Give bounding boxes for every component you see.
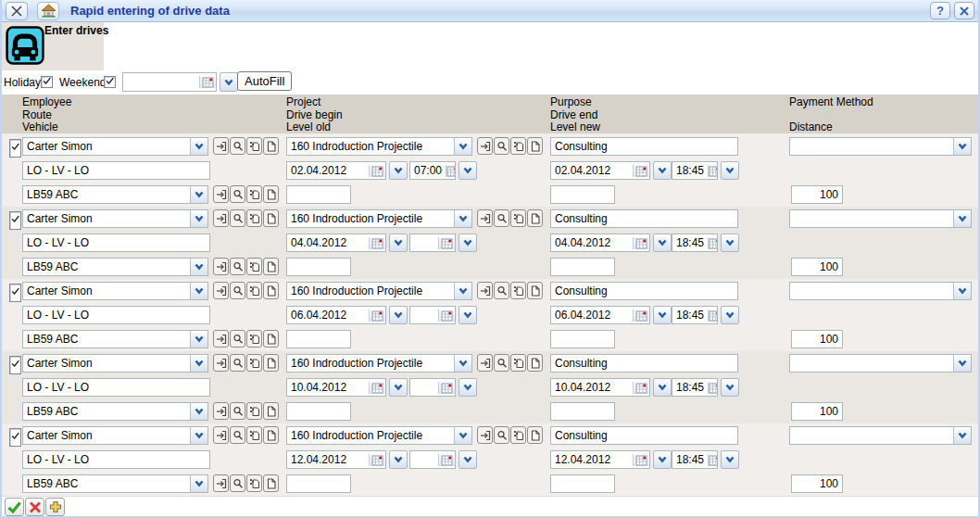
goto-button[interactable] <box>213 137 229 155</box>
holiday-checkbox[interactable] <box>41 76 53 88</box>
end-date-field[interactable]: 12.04.2012 <box>550 450 650 469</box>
purpose-field[interactable]: Consulting <box>550 354 738 373</box>
route-field[interactable]: LO - LV - LO <box>22 378 210 397</box>
begin-time-dropdown-button[interactable] <box>459 161 477 180</box>
vehicle-dropdown-button[interactable] <box>190 475 207 492</box>
search-button[interactable] <box>494 209 509 227</box>
search-button[interactable] <box>230 474 245 492</box>
goto-button[interactable] <box>213 426 229 444</box>
home-button[interactable] <box>37 2 59 20</box>
begin-time-calendar-button[interactable] <box>438 237 455 249</box>
employee-select[interactable]: Carter Simon <box>22 426 208 445</box>
copy-button[interactable] <box>246 330 262 347</box>
goto-button[interactable] <box>213 354 229 372</box>
copy-button[interactable] <box>246 209 262 227</box>
vehicle-dropdown-button[interactable] <box>190 331 207 347</box>
vehicle-dropdown-button[interactable] <box>190 259 207 275</box>
level-new-field[interactable] <box>550 185 615 204</box>
goto-button[interactable] <box>477 282 493 299</box>
copy-button[interactable] <box>246 258 262 275</box>
employee-select[interactable]: Carter Simon <box>22 354 208 373</box>
search-button[interactable] <box>230 185 245 203</box>
begin-date-field[interactable]: 12.04.2012 <box>286 450 386 469</box>
search-button[interactable] <box>494 282 509 299</box>
enter-drives-button[interactable] <box>5 25 45 66</box>
copy-button[interactable] <box>246 282 262 299</box>
copy-button[interactable] <box>246 426 262 444</box>
goto-button[interactable] <box>477 209 493 227</box>
end-date-calendar-button[interactable] <box>633 237 649 249</box>
goto-button[interactable] <box>213 330 229 347</box>
end-date-dropdown-button[interactable] <box>653 234 672 252</box>
search-button[interactable] <box>230 402 245 420</box>
add-row-button[interactable] <box>45 498 65 516</box>
level-new-field[interactable] <box>550 330 615 348</box>
end-date-dropdown-button[interactable] <box>653 450 672 469</box>
level-old-field[interactable] <box>286 258 351 276</box>
project-dropdown-button[interactable] <box>454 138 471 155</box>
new-doc-button[interactable] <box>527 354 543 372</box>
end-time-field[interactable]: 18:45 <box>672 161 718 180</box>
new-doc-button[interactable] <box>263 426 279 444</box>
end-date-dropdown-button[interactable] <box>653 161 672 180</box>
search-button[interactable] <box>494 354 509 372</box>
new-doc-button[interactable] <box>263 354 279 372</box>
search-button[interactable] <box>230 330 245 347</box>
new-doc-button[interactable] <box>263 209 279 227</box>
goto-button[interactable] <box>213 402 229 420</box>
end-date-calendar-button[interactable] <box>633 165 649 177</box>
new-doc-button[interactable] <box>527 209 543 227</box>
begin-time-field[interactable] <box>409 450 456 469</box>
employee-dropdown-button[interactable] <box>190 427 207 444</box>
new-doc-button[interactable] <box>263 474 279 492</box>
row-select-checkbox[interactable] <box>9 139 21 158</box>
level-old-field[interactable] <box>286 474 351 493</box>
vehicle-select[interactable]: LB59 ABC <box>22 258 208 276</box>
ok-button[interactable] <box>5 498 24 516</box>
autofill-calendar-button[interactable] <box>199 76 216 88</box>
begin-time-field[interactable] <box>409 306 456 324</box>
employee-dropdown-button[interactable] <box>190 355 207 372</box>
new-doc-button[interactable] <box>263 282 279 299</box>
payment-dropdown-button[interactable] <box>953 355 971 372</box>
row-select-checkbox[interactable] <box>9 284 21 302</box>
new-doc-button[interactable] <box>263 330 279 347</box>
employee-select[interactable]: Carter Simon <box>22 282 208 300</box>
autofill-dropdown-button[interactable] <box>220 72 238 92</box>
new-doc-button[interactable] <box>527 282 543 299</box>
payment-method-select[interactable] <box>789 354 972 373</box>
titlebar-close-button[interactable] <box>6 2 28 20</box>
payment-dropdown-button[interactable] <box>953 138 971 155</box>
new-doc-button[interactable] <box>527 137 543 155</box>
search-button[interactable] <box>230 258 245 275</box>
level-new-field[interactable] <box>550 474 615 493</box>
begin-time-field[interactable] <box>409 234 456 252</box>
begin-time-field[interactable]: 07:00 <box>409 161 456 180</box>
begin-date-calendar-button[interactable] <box>369 454 385 466</box>
search-button[interactable] <box>230 426 245 444</box>
payment-method-select[interactable] <box>789 282 972 300</box>
end-date-field[interactable]: 10.04.2012 <box>550 378 650 397</box>
begin-date-field[interactable]: 06.04.2012 <box>286 306 386 324</box>
begin-date-dropdown-button[interactable] <box>389 378 408 397</box>
project-select[interactable]: 160 Indroduction Projectile <box>286 137 472 156</box>
employee-dropdown-button[interactable] <box>190 138 207 155</box>
begin-time-dropdown-button[interactable] <box>459 234 477 252</box>
new-doc-button[interactable] <box>263 137 279 155</box>
route-field[interactable]: LO - LV - LO <box>22 306 210 324</box>
copy-button[interactable] <box>510 137 526 155</box>
employee-dropdown-button[interactable] <box>190 283 207 299</box>
copy-button[interactable] <box>510 209 526 227</box>
copy-button[interactable] <box>510 282 526 299</box>
search-button[interactable] <box>230 354 245 372</box>
copy-button[interactable] <box>246 354 262 372</box>
window-close-button[interactable] <box>954 2 974 19</box>
employee-select[interactable]: Carter Simon <box>22 137 208 156</box>
search-button[interactable] <box>230 282 245 299</box>
employee-select[interactable]: Carter Simon <box>22 209 208 228</box>
project-select[interactable]: 160 Indroduction Projectile <box>286 426 472 445</box>
end-date-calendar-button[interactable] <box>633 454 649 466</box>
vehicle-select[interactable]: LB59 ABC <box>22 474 208 493</box>
vehicle-dropdown-button[interactable] <box>190 186 207 203</box>
project-dropdown-button[interactable] <box>454 283 471 299</box>
